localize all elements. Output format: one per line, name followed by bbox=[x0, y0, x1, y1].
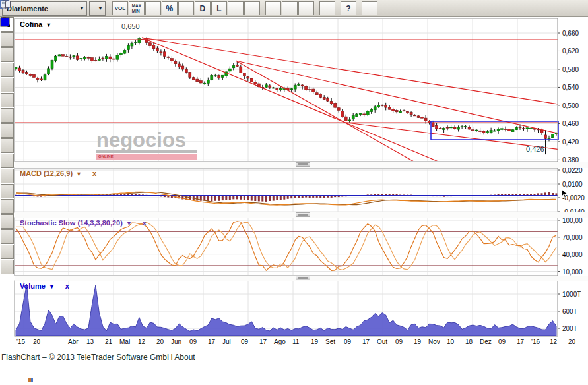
footer-copyright: FlashChart – © 2013 bbox=[1, 353, 75, 362]
candlestick-series bbox=[15, 37, 558, 154]
x-axis-label: 13 bbox=[86, 338, 94, 345]
volume-series bbox=[16, 284, 556, 336]
mouse-cursor bbox=[562, 189, 570, 198]
panel-splitter-handle[interactable] bbox=[296, 162, 310, 167]
x-axis-label: Dez bbox=[480, 338, 492, 345]
volume-label: Volume bbox=[20, 282, 46, 290]
panel-splitter-handle[interactable] bbox=[296, 276, 310, 280]
stochastic-dropdown-arrow-icon[interactable]: ▼ bbox=[126, 220, 132, 227]
stoch-k-line bbox=[16, 222, 556, 271]
panel-splitter bbox=[15, 162, 588, 168]
about-link[interactable]: About bbox=[174, 353, 195, 362]
x-axis-label: 18 bbox=[465, 338, 473, 345]
volume-panel-title: Volume▼x bbox=[20, 282, 69, 291]
x-axis-label: 20 bbox=[156, 338, 164, 345]
y-axis-label: 0,540 bbox=[562, 84, 579, 91]
y-axis-label: 0,500 bbox=[562, 102, 579, 109]
macd-close-button[interactable]: x bbox=[92, 169, 96, 177]
y-axis-label: 0,0100 bbox=[562, 181, 583, 188]
volume-close-button[interactable]: x bbox=[65, 282, 69, 290]
x-axis-label: 17 bbox=[362, 338, 370, 345]
panel-splitter bbox=[15, 212, 588, 218]
x-axis-label: 17 bbox=[517, 338, 524, 345]
x-axis-label: 12 bbox=[550, 338, 557, 345]
x-axis-label: 21 bbox=[105, 338, 112, 345]
macd-label: MACD (12,26,9) bbox=[20, 169, 73, 177]
main-panel-title: Cofina▼ bbox=[20, 20, 51, 29]
panel-splitter-handle[interactable] bbox=[296, 212, 310, 217]
x-axis-label: 20 bbox=[33, 338, 40, 345]
x-axis-label: 17 bbox=[259, 338, 267, 345]
volume-dropdown-arrow-icon[interactable]: ▼ bbox=[49, 283, 55, 290]
panel-splitter bbox=[15, 276, 588, 281]
stochastic-label: Stochastic Slow (14,3,3,80,20) bbox=[20, 219, 123, 227]
teletrader-link[interactable]: TeleTrader bbox=[77, 353, 114, 362]
x-axis-label: 10 bbox=[447, 338, 454, 345]
x-axis-label: 09 bbox=[189, 338, 197, 345]
footer-company: Software GmbH bbox=[116, 353, 172, 362]
y-axis-label: 70,000 bbox=[562, 234, 583, 241]
x-axis-label: 20 bbox=[568, 338, 575, 345]
x-axis-label: 09 bbox=[498, 338, 506, 345]
y-axis-label: 0,580 bbox=[562, 66, 579, 73]
x-axis-label: Jun bbox=[171, 338, 181, 345]
last-price-annotation: 0,426 bbox=[526, 145, 544, 153]
x-axis-label: '16 bbox=[531, 338, 540, 345]
macd-dropdown-arrow-icon[interactable]: ▼ bbox=[76, 171, 82, 177]
status-bar: FlashChart – © 2013 TeleTrader Software … bbox=[1, 353, 195, 362]
symbol-name: Cofina bbox=[20, 20, 42, 28]
y-axis-label: 200T bbox=[562, 325, 577, 332]
y-axis-label: 0,660 bbox=[562, 30, 579, 37]
stochastic-panel-title: Stochastic Slow (14,3,3,80,20)▼x bbox=[20, 219, 147, 227]
y-axis-label: 0,420 bbox=[562, 138, 579, 146]
macd-histogram bbox=[15, 192, 558, 202]
x-axis-label: 12 bbox=[138, 338, 145, 345]
y-axis-label: 0,620 bbox=[562, 47, 579, 55]
x-axis-label: 19 bbox=[414, 338, 421, 345]
x-axis-label: Jul bbox=[222, 338, 231, 345]
y-axis-label: 600T bbox=[562, 308, 577, 315]
x-axis-label: Set bbox=[325, 338, 335, 345]
trendlines bbox=[15, 38, 566, 162]
y-axis-label: 40,000 bbox=[562, 251, 583, 258]
symbol-dropdown-arrow-icon[interactable]: ▼ bbox=[46, 22, 51, 28]
y-axis-label: 0,460 bbox=[562, 120, 579, 127]
x-axis-label: 17 bbox=[208, 338, 215, 345]
screen-artifact bbox=[28, 378, 33, 382]
x-axis-label: 09 bbox=[241, 338, 248, 345]
y-axis-label: 10,000 bbox=[562, 268, 583, 276]
macd-signal-line bbox=[16, 192, 556, 206]
gridlines bbox=[15, 19, 557, 336]
x-axis-label: 19 bbox=[311, 338, 318, 345]
x-axis-label: 09 bbox=[344, 338, 351, 345]
macd-panel-title: MACD (12,26,9)▼x bbox=[20, 169, 96, 178]
x-axis-label: 09 bbox=[395, 338, 403, 345]
x-axis-label: Mai bbox=[119, 338, 130, 345]
high-price-annotation: 0,650 bbox=[121, 22, 140, 30]
stoch-d-line bbox=[16, 222, 556, 270]
x-axis-label: Nov bbox=[428, 338, 440, 345]
chart-canvas[interactable] bbox=[0, 0, 588, 385]
x-axis-label: 11 bbox=[292, 338, 299, 345]
stochastic-close-button[interactable]: x bbox=[143, 219, 147, 227]
x-axis-label: Out bbox=[377, 338, 387, 345]
flashchart-window: Diariamente▼▼VOLMAXMIN%DLL? SA 0,6600,62… bbox=[0, 0, 588, 385]
x-axis-label: Ago bbox=[274, 338, 286, 345]
y-axis-label: 100,00 bbox=[562, 217, 583, 224]
x-axis-label: Abr bbox=[68, 338, 79, 345]
axis-ticks bbox=[558, 33, 560, 328]
y-axis-label: 1000T bbox=[562, 291, 581, 298]
x-axis-label: '15 bbox=[16, 338, 25, 345]
